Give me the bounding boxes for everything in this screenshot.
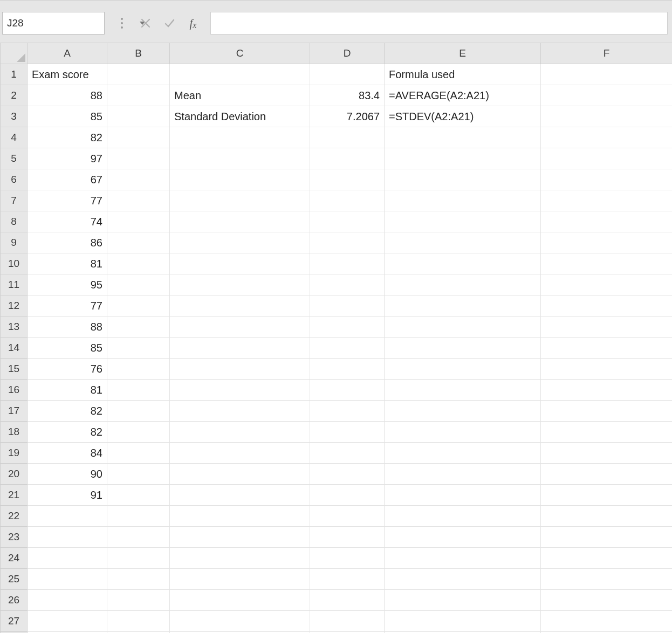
formula-input-field[interactable]: [211, 18, 667, 29]
cell-D13[interactable]: [310, 316, 385, 338]
cell-C13[interactable]: [170, 316, 310, 338]
cell-F23[interactable]: [541, 527, 673, 548]
cell-B8[interactable]: [107, 211, 170, 232]
cell-F9[interactable]: [541, 232, 673, 253]
cell-B11[interactable]: [107, 274, 170, 295]
cell-A22[interactable]: [28, 506, 107, 527]
cell-C5[interactable]: [170, 148, 310, 169]
cell-C24[interactable]: [170, 548, 310, 569]
row-header-23[interactable]: 23: [1, 527, 28, 548]
cell-B21[interactable]: [107, 485, 170, 506]
cell-A5[interactable]: 97: [28, 148, 107, 169]
cell-C26[interactable]: [170, 590, 310, 611]
cell-E5[interactable]: [385, 148, 541, 169]
cell-B5[interactable]: [107, 148, 170, 169]
cell-D11[interactable]: [310, 274, 385, 295]
cell-D12[interactable]: [310, 295, 385, 316]
cell-E4[interactable]: [385, 127, 541, 148]
cell-C16[interactable]: [170, 380, 310, 401]
cell-E21[interactable]: [385, 485, 541, 506]
cell-E11[interactable]: [385, 274, 541, 295]
cell-D18[interactable]: [310, 422, 385, 443]
cell-B24[interactable]: [107, 548, 170, 569]
cell-F5[interactable]: [541, 148, 673, 169]
cell-F26[interactable]: [541, 590, 673, 611]
cell-D4[interactable]: [310, 127, 385, 148]
cell-E6[interactable]: [385, 169, 541, 190]
cell-F4[interactable]: [541, 127, 673, 148]
cell-A14[interactable]: 85: [28, 338, 107, 359]
row-header-25[interactable]: 25: [1, 569, 28, 590]
cell-C19[interactable]: [170, 443, 310, 464]
cell-A23[interactable]: [28, 527, 107, 548]
cell-C11[interactable]: [170, 274, 310, 295]
cell-C10[interactable]: [170, 253, 310, 274]
row-header-2[interactable]: 2: [1, 85, 28, 106]
cell-F27[interactable]: [541, 611, 673, 632]
cell-A6[interactable]: 67: [28, 169, 107, 190]
cell-D15[interactable]: [310, 359, 385, 380]
cell-A24[interactable]: [28, 548, 107, 569]
cell-F22[interactable]: [541, 506, 673, 527]
cell-C17[interactable]: [170, 401, 310, 422]
cell-C6[interactable]: [170, 169, 310, 190]
cell-F19[interactable]: [541, 443, 673, 464]
cell-E7[interactable]: [385, 190, 541, 211]
cell-F25[interactable]: [541, 569, 673, 590]
row-header-9[interactable]: 9: [1, 232, 28, 253]
cell-A26[interactable]: [28, 590, 107, 611]
cell-F21[interactable]: [541, 485, 673, 506]
cell-B20[interactable]: [107, 464, 170, 485]
cell-C3[interactable]: Standard Deviation: [170, 106, 310, 127]
cell-B12[interactable]: [107, 295, 170, 316]
cell-A17[interactable]: 82: [28, 401, 107, 422]
cell-A10[interactable]: 81: [28, 253, 107, 274]
row-header-6[interactable]: 6: [1, 169, 28, 190]
row-header-7[interactable]: 7: [1, 190, 28, 211]
cell-D26[interactable]: [310, 590, 385, 611]
row-header-11[interactable]: 11: [1, 274, 28, 295]
cell-E3[interactable]: =STDEV(A2:A21): [385, 106, 541, 127]
cell-F14[interactable]: [541, 338, 673, 359]
cell-C9[interactable]: [170, 232, 310, 253]
cell-D7[interactable]: [310, 190, 385, 211]
cell-B9[interactable]: [107, 232, 170, 253]
cell-D9[interactable]: [310, 232, 385, 253]
cell-A27[interactable]: [28, 611, 107, 632]
cell-B1[interactable]: [107, 64, 170, 85]
cell-A25[interactable]: [28, 569, 107, 590]
cell-C2[interactable]: Mean: [170, 85, 310, 106]
cell-B14[interactable]: [107, 338, 170, 359]
cell-D2[interactable]: 83.4: [310, 85, 385, 106]
cell-C23[interactable]: [170, 527, 310, 548]
row-header-16[interactable]: 16: [1, 380, 28, 401]
cell-D24[interactable]: [310, 548, 385, 569]
cell-E24[interactable]: [385, 548, 541, 569]
row-header-10[interactable]: 10: [1, 253, 28, 274]
cell-D20[interactable]: [310, 464, 385, 485]
cell-C22[interactable]: [170, 506, 310, 527]
row-header-19[interactable]: 19: [1, 443, 28, 464]
cell-F7[interactable]: [541, 190, 673, 211]
cell-A4[interactable]: 82: [28, 127, 107, 148]
row-header-15[interactable]: 15: [1, 359, 28, 380]
cell-B23[interactable]: [107, 527, 170, 548]
cell-F18[interactable]: [541, 422, 673, 443]
row-header-3[interactable]: 3: [1, 106, 28, 127]
cell-D16[interactable]: [310, 380, 385, 401]
row-header-24[interactable]: 24: [1, 548, 28, 569]
cell-F24[interactable]: [541, 548, 673, 569]
cell-E9[interactable]: [385, 232, 541, 253]
name-box[interactable]: [2, 12, 105, 35]
cell-E20[interactable]: [385, 464, 541, 485]
cell-A13[interactable]: 88: [28, 316, 107, 338]
cell-F16[interactable]: [541, 380, 673, 401]
cell-B17[interactable]: [107, 401, 170, 422]
cell-A16[interactable]: 81: [28, 380, 107, 401]
cell-A18[interactable]: 82: [28, 422, 107, 443]
column-header-B[interactable]: B: [107, 43, 170, 64]
formula-input[interactable]: [210, 12, 668, 35]
cell-E27[interactable]: [385, 611, 541, 632]
cell-E25[interactable]: [385, 569, 541, 590]
cell-F11[interactable]: [541, 274, 673, 295]
